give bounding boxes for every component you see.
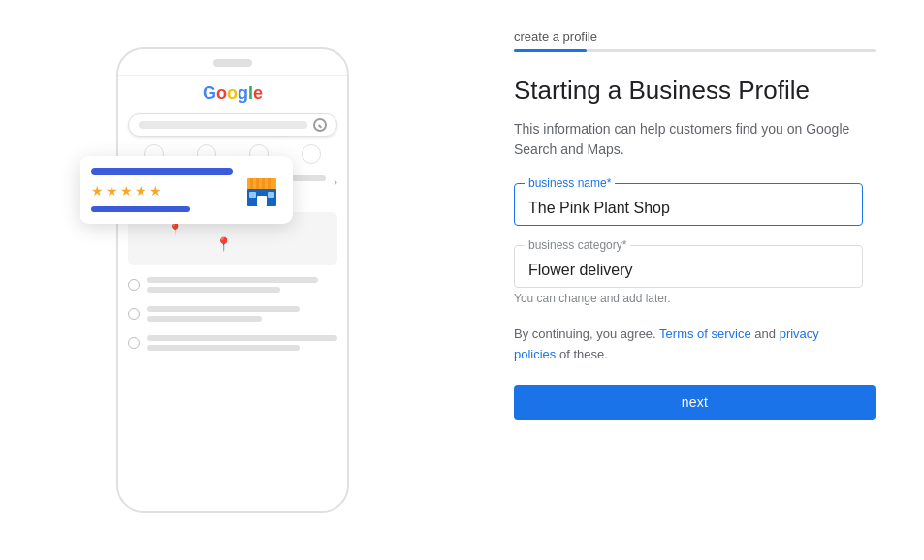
line-5 <box>147 287 280 293</box>
next-button[interactable]: next <box>514 385 876 420</box>
business-category-group: business category* You can change and ad… <box>514 245 876 305</box>
card-bar-2 <box>91 206 190 212</box>
result-row-3 <box>128 302 337 326</box>
search-icon <box>313 118 327 132</box>
star-1: ★ <box>91 183 104 199</box>
google-logo: Google <box>128 83 337 104</box>
terms-of-service-link[interactable]: Terms of service <box>659 327 751 341</box>
star-5: ★ <box>149 183 162 199</box>
progress-section: create a profile <box>514 29 876 52</box>
result-icon-4 <box>128 337 140 349</box>
line-6 <box>147 306 300 312</box>
result-lines-4 <box>147 335 337 351</box>
search-bar <box>128 113 337 137</box>
line-4 <box>147 277 318 283</box>
progress-label: create a profile <box>514 29 876 44</box>
card-bar-1 <box>91 168 233 175</box>
result-icon-2 <box>128 279 140 291</box>
stars-row: ★ ★ ★ ★ ★ <box>91 183 233 199</box>
action-icon-4 <box>302 144 321 164</box>
svg-rect-6 <box>257 196 267 206</box>
business-category-input[interactable] <box>528 262 848 279</box>
left-panel: Google › <box>0 0 465 560</box>
map-pin-2: 📍 <box>215 236 232 252</box>
search-bar-text <box>139 121 307 129</box>
result-row-2 <box>128 273 337 296</box>
result-lines-3 <box>147 306 337 322</box>
line-9 <box>147 345 300 351</box>
business-name-label: business name* <box>525 176 615 190</box>
result-row-4 <box>128 331 337 355</box>
business-card-overlay: ★ ★ ★ ★ ★ <box>80 156 293 224</box>
arrow-right-1: › <box>334 175 337 189</box>
business-category-field[interactable]: business category* <box>514 245 863 288</box>
category-hint: You can change and add later. <box>514 292 876 305</box>
page-title: Starting a Business Profile <box>514 76 876 106</box>
business-card-info: ★ ★ ★ ★ ★ <box>91 168 233 212</box>
terms-text: By continuing, you agree. Terms of servi… <box>514 325 863 365</box>
phone-mockup: Google › <box>116 47 349 513</box>
subtitle: This information can help customers find… <box>514 119 863 160</box>
business-name-field[interactable]: business name* <box>514 183 863 226</box>
business-category-label: business category* <box>525 238 630 252</box>
phone-screen: Google › <box>118 75 347 511</box>
star-3: ★ <box>120 183 133 199</box>
star-4: ★ <box>135 183 147 199</box>
progress-bar-track <box>514 49 876 52</box>
svg-rect-1 <box>250 178 253 190</box>
phone-notch <box>213 59 252 67</box>
svg-rect-3 <box>262 178 265 190</box>
progress-bar-fill <box>514 49 587 52</box>
result-lines-2 <box>147 277 337 293</box>
store-icon <box>242 171 281 209</box>
svg-rect-8 <box>268 192 274 198</box>
line-8 <box>147 335 337 341</box>
map-pin-1: 📍 <box>167 222 183 237</box>
line-7 <box>147 316 262 322</box>
star-2: ★ <box>106 183 118 199</box>
svg-rect-4 <box>268 178 271 190</box>
right-panel: create a profile Starting a Business Pro… <box>465 0 924 560</box>
svg-rect-2 <box>256 178 259 190</box>
svg-rect-7 <box>249 192 256 198</box>
business-name-input[interactable] <box>528 200 848 217</box>
result-icon-3 <box>128 308 140 320</box>
business-name-group: business name* <box>514 183 876 226</box>
